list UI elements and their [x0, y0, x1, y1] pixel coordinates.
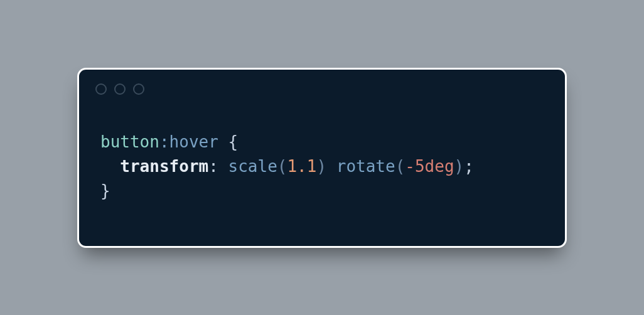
window-titlebar: [79, 70, 565, 95]
token-property: transform: [120, 157, 208, 176]
traffic-light-zoom-icon[interactable]: [133, 83, 144, 95]
token-rparen-1: ): [316, 157, 326, 176]
token-fn-rotate: rotate: [336, 157, 395, 176]
token-colon: :: [208, 157, 228, 176]
token-pseudo: :hover: [159, 132, 218, 151]
token-space: [326, 157, 336, 176]
token-arg-2: -5deg: [405, 157, 454, 176]
token-indent: [100, 157, 120, 176]
traffic-light-minimize-icon[interactable]: [114, 83, 126, 95]
token-rparen-2: ): [454, 157, 464, 176]
code-window: button:hover { transform: scale(1.1) rot…: [77, 68, 567, 248]
token-semicolon: ;: [464, 157, 474, 176]
token-selector: button: [100, 132, 159, 151]
code-block: button:hover { transform: scale(1.1) rot…: [79, 95, 565, 246]
token-fn-scale: scale: [228, 157, 277, 176]
token-lparen-2: (: [395, 157, 405, 176]
token-close-brace: }: [100, 181, 110, 200]
token-arg-1: 1.1: [287, 157, 316, 176]
token-open-brace: {: [218, 132, 238, 151]
token-lparen-1: (: [277, 157, 287, 176]
traffic-light-close-icon[interactable]: [95, 83, 107, 95]
